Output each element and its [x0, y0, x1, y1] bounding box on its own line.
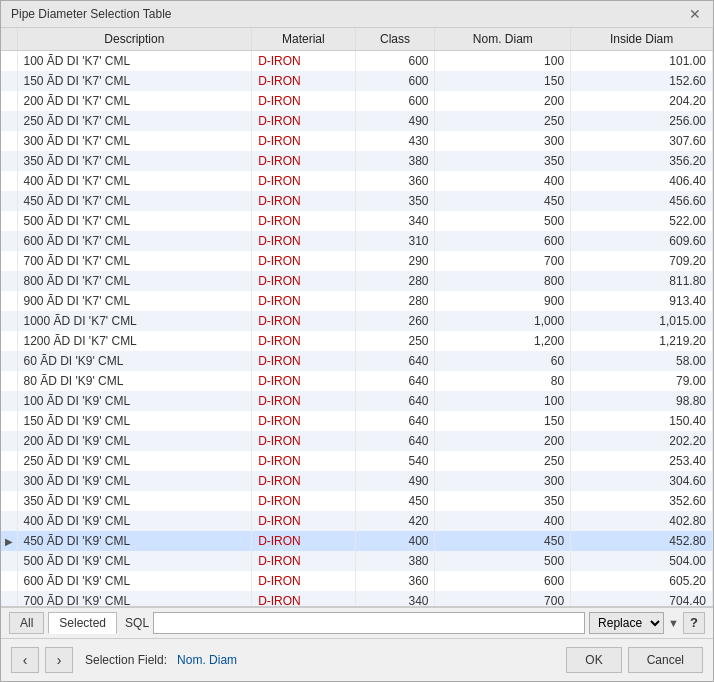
row-material: D-IRON [252, 251, 355, 271]
row-arrow [1, 211, 17, 231]
table-row[interactable]: 900 ÃD DI 'K7' CMLD-IRON280900913.40 [1, 291, 713, 311]
row-nom-diam: 1,000 [435, 311, 571, 331]
table-row[interactable]: 350 ÃD DI 'K9' CMLD-IRON450350352.60 [1, 491, 713, 511]
row-nom-diam: 900 [435, 291, 571, 311]
row-inside-diam: 253.40 [571, 451, 713, 471]
table-scroll-area[interactable]: Description Material Class Nom. Diam Ins… [1, 28, 713, 606]
row-description: 250 ÃD DI 'K9' CML [17, 451, 252, 471]
table-row[interactable]: 150 ÃD DI 'K7' CMLD-IRON600150152.60 [1, 71, 713, 91]
row-description: 200 ÃD DI 'K9' CML [17, 431, 252, 451]
row-description: 500 ÃD DI 'K7' CML [17, 211, 252, 231]
col-inside-diam[interactable]: Inside Diam [571, 28, 713, 51]
row-material: D-IRON [252, 211, 355, 231]
row-nom-diam: 350 [435, 151, 571, 171]
table-row[interactable]: 150 ÃD DI 'K9' CMLD-IRON640150150.40 [1, 411, 713, 431]
table-row[interactable]: 1200 ÃD DI 'K7' CMLD-IRON2501,2001,219.2… [1, 331, 713, 351]
window-title: Pipe Diameter Selection Table [11, 7, 172, 21]
selected-tab-button[interactable]: Selected [48, 612, 117, 634]
row-nom-diam: 80 [435, 371, 571, 391]
next-button[interactable]: › [45, 647, 73, 673]
row-nom-diam: 300 [435, 131, 571, 151]
prev-button[interactable]: ‹ [11, 647, 39, 673]
row-description: 250 ÃD DI 'K7' CML [17, 111, 252, 131]
ok-button[interactable]: OK [566, 647, 621, 673]
row-nom-diam: 450 [435, 191, 571, 211]
row-inside-diam: 98.80 [571, 391, 713, 411]
row-nom-diam: 200 [435, 431, 571, 451]
row-class: 450 [355, 491, 435, 511]
table-row[interactable]: 600 ÃD DI 'K7' CMLD-IRON310600609.60 [1, 231, 713, 251]
row-description: 100 ÃD DI 'K7' CML [17, 51, 252, 72]
row-material: D-IRON [252, 491, 355, 511]
row-material: D-IRON [252, 291, 355, 311]
table-row[interactable]: ▶450 ÃD DI 'K9' CMLD-IRON400450452.80 [1, 531, 713, 551]
table-row[interactable]: 100 ÃD DI 'K9' CMLD-IRON64010098.80 [1, 391, 713, 411]
table-row[interactable]: 300 ÃD DI 'K9' CMLD-IRON490300304.60 [1, 471, 713, 491]
row-inside-diam: 452.80 [571, 531, 713, 551]
row-class: 600 [355, 71, 435, 91]
row-description: 1200 ÃD DI 'K7' CML [17, 331, 252, 351]
row-nom-diam: 500 [435, 551, 571, 571]
table-row[interactable]: 200 ÃD DI 'K7' CMLD-IRON600200204.20 [1, 91, 713, 111]
row-nom-diam: 150 [435, 71, 571, 91]
row-arrow [1, 311, 17, 331]
row-arrow [1, 271, 17, 291]
table-row[interactable]: 400 ÃD DI 'K9' CMLD-IRON420400402.80 [1, 511, 713, 531]
row-class: 350 [355, 191, 435, 211]
row-class: 280 [355, 291, 435, 311]
table-row[interactable]: 700 ÃD DI 'K9' CMLD-IRON340700704.40 [1, 591, 713, 606]
table-row[interactable]: 450 ÃD DI 'K7' CMLD-IRON350450456.60 [1, 191, 713, 211]
row-material: D-IRON [252, 171, 355, 191]
table-row[interactable]: 500 ÃD DI 'K9' CMLD-IRON380500504.00 [1, 551, 713, 571]
row-inside-diam: 307.60 [571, 131, 713, 151]
table-row[interactable]: 300 ÃD DI 'K7' CMLD-IRON430300307.60 [1, 131, 713, 151]
table-row[interactable]: 250 ÃD DI 'K9' CMLD-IRON540250253.40 [1, 451, 713, 471]
row-inside-diam: 150.40 [571, 411, 713, 431]
cancel-button[interactable]: Cancel [628, 647, 703, 673]
table-row[interactable]: 60 ÃD DI 'K9' CMLD-IRON6406058.00 [1, 351, 713, 371]
col-material[interactable]: Material [252, 28, 355, 51]
table-row[interactable]: 200 ÃD DI 'K9' CMLD-IRON640200202.20 [1, 431, 713, 451]
title-bar: Pipe Diameter Selection Table ✕ [1, 1, 713, 28]
row-class: 430 [355, 131, 435, 151]
row-arrow [1, 431, 17, 451]
table-row[interactable]: 800 ÃD DI 'K7' CMLD-IRON280800811.80 [1, 271, 713, 291]
row-material: D-IRON [252, 191, 355, 211]
table-row[interactable]: 600 ÃD DI 'K9' CMLD-IRON360600605.20 [1, 571, 713, 591]
row-description: 150 ÃD DI 'K7' CML [17, 71, 252, 91]
row-material: D-IRON [252, 51, 355, 72]
help-button[interactable]: ? [683, 612, 705, 634]
row-nom-diam: 250 [435, 451, 571, 471]
row-description: 350 ÃD DI 'K7' CML [17, 151, 252, 171]
row-inside-diam: 504.00 [571, 551, 713, 571]
all-tab-button[interactable]: All [9, 612, 44, 634]
col-description[interactable]: Description [17, 28, 252, 51]
col-class[interactable]: Class [355, 28, 435, 51]
row-material: D-IRON [252, 591, 355, 606]
table-row[interactable]: 400 ÃD DI 'K7' CMLD-IRON360400406.40 [1, 171, 713, 191]
table-row[interactable]: 80 ÃD DI 'K9' CMLD-IRON6408079.00 [1, 371, 713, 391]
table-row[interactable]: 1000 ÃD DI 'K7' CMLD-IRON2601,0001,015.0… [1, 311, 713, 331]
table-row[interactable]: 100 ÃD DI 'K7' CMLD-IRON600100101.00 [1, 51, 713, 72]
row-arrow [1, 151, 17, 171]
row-class: 640 [355, 411, 435, 431]
row-nom-diam: 300 [435, 471, 571, 491]
row-inside-diam: 456.60 [571, 191, 713, 211]
col-nom-diam[interactable]: Nom. Diam [435, 28, 571, 51]
replace-select[interactable]: Replace [589, 612, 664, 634]
table-row[interactable]: 500 ÃD DI 'K7' CMLD-IRON340500522.00 [1, 211, 713, 231]
filter-bar: All Selected SQL Replace ▼ ? [1, 607, 713, 638]
row-arrow [1, 291, 17, 311]
table-row[interactable]: 350 ÃD DI 'K7' CMLD-IRON380350356.20 [1, 151, 713, 171]
row-description: 500 ÃD DI 'K9' CML [17, 551, 252, 571]
row-inside-diam: 58.00 [571, 351, 713, 371]
close-button[interactable]: ✕ [687, 7, 703, 21]
row-class: 490 [355, 471, 435, 491]
row-inside-diam: 709.20 [571, 251, 713, 271]
table-row[interactable]: 700 ÃD DI 'K7' CMLD-IRON290700709.20 [1, 251, 713, 271]
row-nom-diam: 700 [435, 591, 571, 606]
row-nom-diam: 450 [435, 531, 571, 551]
row-class: 640 [355, 371, 435, 391]
table-row[interactable]: 250 ÃD DI 'K7' CMLD-IRON490250256.00 [1, 111, 713, 131]
sql-input[interactable] [153, 612, 585, 634]
